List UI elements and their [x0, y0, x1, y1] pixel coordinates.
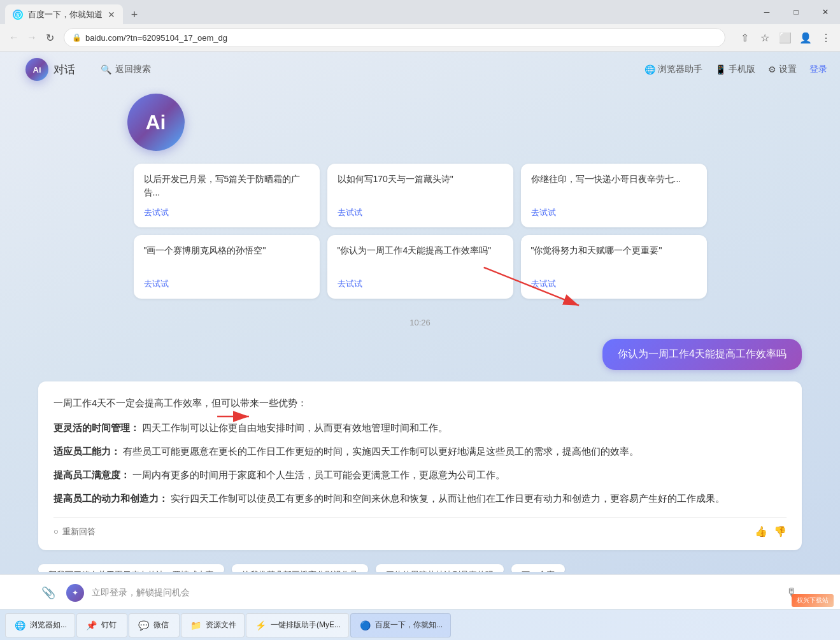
card-3-text: 你继往印，写一快递小哥日夜辛劳七...: [531, 173, 697, 201]
suggestion-card-6[interactable]: "你觉得努力和天赋哪一个更重要" 去试试: [521, 235, 707, 299]
mobile-icon: 📱: [715, 64, 726, 75]
ai-point-1-content: 四天工作制可以让你更自由地安排时间，从而更有效地管理时间和工作。: [142, 422, 448, 433]
try-btn-1[interactable]: 去试试: [144, 207, 310, 218]
try-btn-3[interactable]: 去试试: [531, 207, 697, 218]
back-button[interactable]: ←: [5, 29, 23, 46]
card-1-text: 以后开发已月景，写5篇关于防晒霜的广告...: [144, 173, 310, 201]
quick-chip-3[interactable]: 三体的黑暗丛林法则是真的吗: [376, 564, 504, 572]
try-btn-2[interactable]: 去试试: [338, 207, 503, 218]
address-text: baidu.com/?tn=62095104_17_oem_dg: [85, 33, 227, 43]
ai-point-4-content: 实行四天工作制可以使员工有更多的时间和空间来休息和恢复，从而让他们在工作日更有动…: [171, 493, 725, 504]
browser-helper-icon: 🌐: [644, 64, 655, 75]
tab-favicon: 百: [13, 10, 23, 20]
dingtalk-taskbar-icon: 📌: [85, 619, 97, 632]
ai-response-intro: 一周工作4天不一定会提高工作效率，但可以带来一些优势：: [53, 394, 787, 411]
suggestion-cards-grid: 以后开发已月景，写5篇关于防晒霜的广告... 去试试 以如何写170天与一篇藏头…: [134, 157, 707, 305]
quick-suggestions-bar: 帮我写四篇有关于夏日表白的诗，要情感丰富 给我推荐几部豆瓣高分影视作品 三体的黑…: [0, 557, 840, 572]
ai-point-2: 适应员工能力： 有些员工可能更愿意在更长的工作日工作更短的时间，实施四天工作制可…: [53, 443, 787, 460]
ai-point-3-content: 一周内有更多的时间用于家庭和个人生活，员工可能会更满意工作，更愿意为公司工作。: [132, 469, 505, 480]
wechat-taskbar-icon: 💬: [137, 619, 150, 632]
ai-point-2-title: 适应员工能力：: [53, 446, 120, 457]
watermark: 权兴下载站: [792, 594, 834, 607]
taskbar-item-dingtalk[interactable]: 📌 钉钉: [76, 613, 127, 637]
menu-icon[interactable]: ⋮: [817, 29, 835, 46]
sparkle-icon: ✦: [72, 588, 78, 597]
quick-chip-4[interactable]: 画一个赛: [511, 564, 565, 572]
lock-icon: 🔒: [72, 33, 82, 42]
search-icon: 🔍: [101, 64, 111, 75]
suggestion-card-1[interactable]: 以后开发已月景，写5篇关于防晒霜的广告... 去试试: [134, 164, 320, 227]
forward-button[interactable]: →: [23, 29, 41, 46]
try-btn-6[interactable]: 去试试: [531, 278, 697, 290]
chat-area: Ai 以后开发已月景，写5篇关于防晒霜的广告... 去试试 以如何写170天与一…: [0, 87, 840, 574]
ai-point-3: 提高员工满意度： 一周内有更多的时间用于家庭和个人生活，员工可能会更满意工作，更…: [53, 466, 787, 483]
login-button[interactable]: 登录: [809, 64, 827, 75]
unlock-icon: ✦: [66, 584, 84, 602]
tab-title: 百度一下，你就知道: [28, 9, 103, 20]
suggestion-card-4[interactable]: "画一个赛博朋克风格的孙悟空" 去试试: [134, 235, 320, 299]
nav-logo: Ai 对话: [13, 58, 75, 81]
taskbar-mye-label: 一键排版助手(MyE...: [271, 620, 341, 630]
taskbar-item-baidu[interactable]: 🔵 百度一下，你就知...: [350, 613, 451, 637]
logo-circle: Ai: [25, 58, 48, 81]
taskbar-dingtalk-label: 钉钉: [101, 620, 117, 630]
svg-text:百: 百: [16, 13, 20, 17]
ai-point-1: 更灵活的时间管理： 四天工作制可以让你更自由地安排时间，从而更有效地管理时间和工…: [53, 419, 787, 436]
refresh-small-icon: ○: [53, 527, 59, 536]
taskbar-item-mye[interactable]: ⚡ 一键排版助手(MyE...: [246, 613, 349, 637]
attach-button[interactable]: 📎: [38, 583, 59, 603]
try-btn-4[interactable]: 去试试: [144, 278, 310, 290]
regenerate-button[interactable]: ○ 重新回答: [53, 526, 96, 537]
minimize-button[interactable]: ─: [752, 0, 781, 24]
bookmark-icon[interactable]: ☆: [756, 29, 774, 46]
login-unlock-text[interactable]: 立即登录，解锁提问机会: [92, 587, 774, 599]
new-tab-button[interactable]: +: [125, 6, 143, 24]
taskbar: 🌐 浏览器如... 📌 钉钉 💬 微信 📁 资源文件 ⚡ 一键排版助手(MyE.…: [0, 609, 840, 640]
quick-chip-1[interactable]: 帮我写四篇有关于夏日表白的诗，要情感丰富: [38, 564, 224, 572]
active-tab[interactable]: 百 百度一下，你就知道 ✕: [5, 4, 123, 25]
browser-helper-button[interactable]: 🌐 浏览器助手: [644, 64, 702, 75]
thumbs-up-button[interactable]: 👍: [755, 525, 767, 537]
ai-avatar: Ai: [127, 94, 185, 151]
suggestion-card-3[interactable]: 你继往印，写一快递小哥日夜辛劳七... 去试试: [521, 164, 707, 227]
return-search-button[interactable]: 🔍 返回搜索: [94, 60, 157, 79]
mobile-version-button[interactable]: 📱 手机版: [715, 64, 755, 75]
suggestion-card-5[interactable]: "你认为一周工作4天能提高工作效率吗" 去试试: [327, 235, 513, 299]
files-taskbar-icon: 📁: [189, 619, 202, 632]
ai-point-3-title: 提高员工满意度：: [53, 469, 130, 480]
refresh-button[interactable]: ↻: [41, 29, 59, 46]
taskbar-item-wechat[interactable]: 💬 微信: [129, 613, 180, 637]
nav-title-label: 对话: [53, 62, 75, 77]
taskbar-baidu-label: 百度一下，你就知...: [375, 620, 443, 630]
browser-taskbar-icon: 🌐: [13, 619, 26, 632]
ai-response-area: 一周工作4天不一定会提高工作效率，但可以带来一些优势： 更灵活的时间管理： 四天…: [38, 381, 802, 550]
thumbs-down-button[interactable]: 👎: [774, 525, 787, 537]
ai-point-4-title: 提高员工的动力和创造力：: [53, 493, 168, 504]
taskbar-wechat-label: 微信: [153, 620, 169, 630]
card-5-text: "你认为一周工作4天能提高工作效率吗": [338, 244, 503, 272]
extension-icon[interactable]: ⬜: [776, 29, 794, 46]
card-6-text: "你觉得努力和天赋哪一个更重要": [531, 244, 697, 272]
taskbar-item-files[interactable]: 📁 资源文件: [181, 613, 245, 637]
gear-icon: ⚙: [768, 64, 776, 75]
maximize-button[interactable]: □: [781, 0, 811, 24]
mye-taskbar-icon: ⚡: [254, 619, 267, 632]
quick-chip-2[interactable]: 给我推荐几部豆瓣高分影视作品: [232, 564, 368, 572]
return-label: 返回搜索: [115, 64, 151, 75]
tab-close-button[interactable]: ✕: [108, 10, 115, 20]
taskbar-files-label: 资源文件: [206, 620, 236, 630]
bottom-input-area: 📎 ✦ 立即登录，解锁提问机会 🎙: [0, 574, 840, 610]
ai-point-1-title: 更灵活的时间管理：: [53, 422, 139, 433]
suggestion-card-2[interactable]: 以如何写170天与一篇藏头诗" 去试试: [327, 164, 513, 227]
ai-point-4: 提高员工的动力和创造力： 实行四天工作制可以使员工有更多的时间和空间来休息和恢复…: [53, 490, 787, 507]
user-bubble: 你认为一周工作4天能提高工作效率吗: [602, 339, 802, 370]
try-btn-5[interactable]: 去试试: [338, 278, 503, 290]
close-button[interactable]: ✕: [811, 0, 840, 24]
baidu-taskbar-icon: 🔵: [359, 619, 371, 632]
taskbar-item-browser[interactable]: 🌐 浏览器如...: [5, 613, 75, 637]
message-timestamp: 10:26: [0, 318, 840, 327]
share-icon[interactable]: ⇧: [736, 29, 753, 46]
profile-icon[interactable]: 👤: [797, 29, 815, 46]
settings-button[interactable]: ⚙ 设置: [768, 64, 797, 75]
address-bar[interactable]: 🔒 baidu.com/?tn=62095104_17_oem_dg: [64, 28, 725, 47]
